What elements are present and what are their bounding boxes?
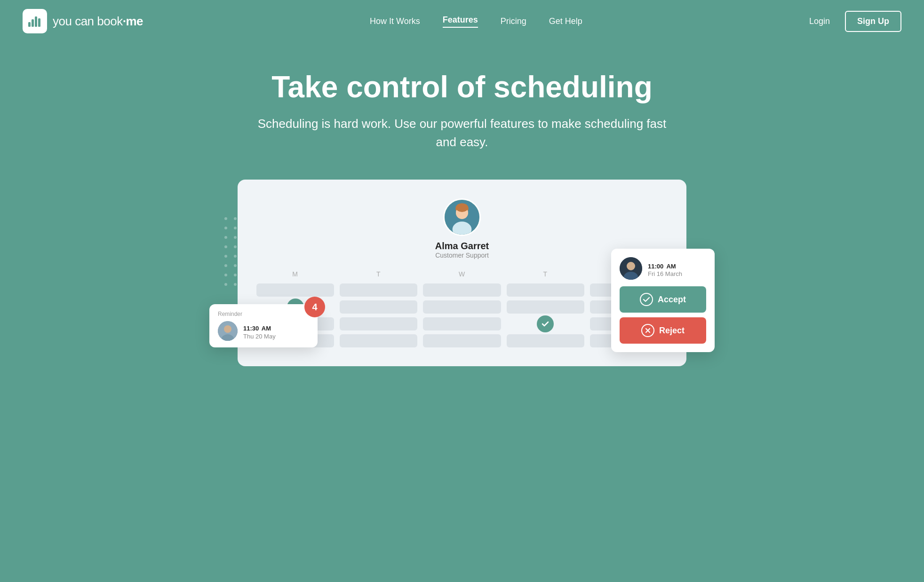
cal-slot [340, 300, 417, 314]
reminder-avatar [218, 321, 238, 341]
nav-pricing[interactable]: Pricing [501, 16, 526, 26]
cal-slot [507, 300, 584, 314]
cal-slot [507, 334, 584, 347]
cal-slot-checked-2 [507, 317, 584, 330]
reminder-card: 4 Reminder 11:30 AM Thu 20 May [209, 304, 318, 347]
reminder-label: Reminder [218, 311, 309, 317]
action-date: Fri 16 March [648, 270, 682, 277]
nav-links: How It Works Features Pricing Get Help [370, 15, 582, 28]
action-card: 11:00 AM Fri 16 March Accept [611, 249, 715, 352]
logo-text: you can book·me [53, 14, 143, 29]
cal-slot [507, 283, 584, 297]
action-time-area: 11:00 AM Fri 16 March [648, 260, 682, 277]
check-circle-icon-2 [537, 315, 554, 332]
logo-icon [23, 9, 47, 33]
svg-point-9 [456, 204, 468, 212]
cal-day-t2: T [543, 270, 548, 278]
avatar [443, 198, 481, 236]
nav-how-it-works[interactable]: How It Works [370, 16, 420, 26]
cal-slot [256, 283, 334, 297]
svg-point-14 [627, 262, 635, 270]
cal-col-w: W [423, 270, 501, 347]
reminder-date: Thu 20 May [243, 333, 276, 340]
hero-title: Take control of scheduling [23, 71, 901, 103]
hero-section: Take control of scheduling Scheduling is… [0, 42, 924, 151]
cal-slot [423, 334, 501, 347]
cal-day-w: W [459, 270, 465, 278]
hero-subtitle: Scheduling is hard work. Use our powerfu… [250, 115, 674, 151]
profile-name: Alma Garret [435, 241, 489, 252]
svg-rect-3 [38, 18, 40, 27]
action-time: 11:00 AM [648, 260, 682, 270]
reminder-content: 11:30 AM Thu 20 May [218, 321, 309, 341]
reminder-time: 11:30 AM [243, 322, 276, 333]
cal-day-t1: T [376, 270, 381, 278]
calendar-card: Alma Garret Customer Support M [238, 180, 686, 366]
reject-icon [641, 324, 654, 337]
accept-button[interactable]: Accept [620, 286, 706, 313]
navbar: you can book·me How It Works Features Pr… [0, 0, 924, 42]
cal-slot [340, 334, 417, 347]
svg-rect-2 [35, 16, 37, 27]
action-avatar [620, 257, 642, 280]
reminder-time-area: 11:30 AM Thu 20 May [243, 322, 276, 340]
profile-area: Alma Garret Customer Support [256, 198, 668, 259]
cal-slot [340, 317, 417, 330]
cal-slot [340, 283, 417, 297]
action-header: 11:00 AM Fri 16 March [620, 257, 706, 280]
signup-button[interactable]: Sign Up [845, 11, 901, 32]
cal-col-t2: T [507, 270, 584, 347]
nav-get-help[interactable]: Get Help [549, 16, 582, 26]
profile-role: Customer Support [435, 252, 489, 259]
cal-slot [423, 283, 501, 297]
svg-rect-1 [32, 19, 34, 27]
accept-icon [640, 293, 653, 306]
cal-slot [423, 317, 501, 330]
demo-wrapper: Alma Garret Customer Support M [215, 180, 709, 366]
logo-area: you can book·me [23, 9, 143, 33]
svg-rect-0 [28, 22, 31, 27]
login-link[interactable]: Login [809, 16, 830, 26]
nav-features[interactable]: Features [443, 15, 478, 28]
nav-right: Login Sign Up [809, 11, 901, 32]
reject-button[interactable]: Reject [620, 317, 706, 344]
cal-col-t1: T [340, 270, 417, 347]
cal-day-m: M [292, 270, 298, 278]
cal-slot [423, 300, 501, 314]
svg-point-11 [224, 325, 231, 333]
